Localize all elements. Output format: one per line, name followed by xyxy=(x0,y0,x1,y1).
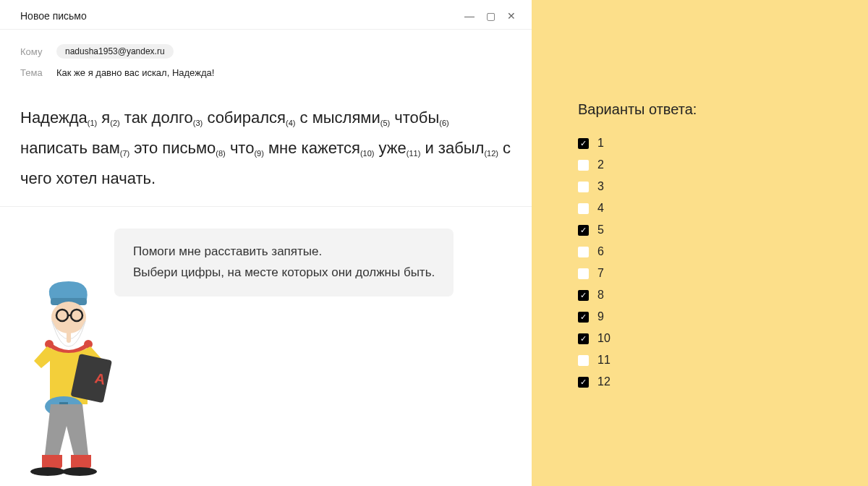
window-title: Новое письмо xyxy=(20,10,87,22)
checkbox[interactable] xyxy=(578,333,589,344)
checkbox[interactable] xyxy=(578,290,589,301)
subject-text[interactable]: Как же я давно вас искал, Надежда! xyxy=(56,67,214,78)
position-marker: (7) xyxy=(120,149,129,158)
answer-option[interactable]: 10 xyxy=(578,332,868,345)
answer-option[interactable]: 12 xyxy=(578,375,868,388)
checkbox[interactable] xyxy=(578,225,589,236)
answers-pane: Варианты ответа: 123456789101112 xyxy=(532,0,868,486)
position-marker: (4) xyxy=(286,119,295,127)
checkbox[interactable] xyxy=(578,160,589,171)
window-controls: — ▢ ✕ xyxy=(464,10,516,22)
checkbox[interactable] xyxy=(578,138,589,149)
sentence-fragment: с мыслями xyxy=(295,108,380,127)
answer-option[interactable]: 2 xyxy=(578,158,868,171)
sentence-fragment: что xyxy=(226,139,255,157)
to-label: Кому xyxy=(20,46,46,57)
to-row: Кому nadusha1953@yandex.ru xyxy=(20,40,511,63)
position-marker: (9) xyxy=(254,149,263,158)
position-marker: (2) xyxy=(110,119,119,127)
position-marker: (11) xyxy=(407,149,421,158)
email-body: Надежда(1) я(2) так долго(3) собирался(4… xyxy=(0,87,532,207)
email-compose-pane: Новое письмо — ▢ ✕ Кому nadusha1953@yand… xyxy=(0,0,532,486)
sentence-fragment: мне кажется xyxy=(264,139,360,157)
position-marker: (8) xyxy=(216,149,225,158)
checkbox[interactable] xyxy=(578,268,589,279)
answer-label: 2 xyxy=(597,158,604,171)
answer-label: 1 xyxy=(597,137,604,150)
svg-point-7 xyxy=(84,340,93,349)
answer-label: 12 xyxy=(597,375,610,388)
speech-bubble: Помоги мне расставить запятые. Выбери ци… xyxy=(114,229,454,297)
answer-label: 4 xyxy=(597,202,604,215)
answer-option[interactable]: 1 xyxy=(578,137,868,150)
position-marker: (1) xyxy=(88,119,97,127)
answer-label: 5 xyxy=(597,223,604,236)
checkbox[interactable] xyxy=(578,247,589,257)
sentence-fragment: написать вам xyxy=(20,139,120,157)
hint-line-1: Помоги мне расставить запятые. xyxy=(133,242,435,263)
answer-label: 3 xyxy=(597,180,604,193)
checkbox[interactable] xyxy=(578,355,589,366)
sentence-fragment: и забыл xyxy=(420,139,484,157)
position-marker: (12) xyxy=(484,149,498,158)
subject-row: Тема Как же я давно вас искал, Надежда! xyxy=(20,63,511,82)
checkbox[interactable] xyxy=(578,182,589,192)
checkbox[interactable] xyxy=(578,203,589,214)
sentence-fragment: Надежда xyxy=(20,108,88,127)
answer-option[interactable]: 7 xyxy=(578,267,868,280)
svg-point-12 xyxy=(30,467,65,476)
position-marker: (10) xyxy=(360,149,375,158)
answer-label: 11 xyxy=(597,354,610,367)
answer-label: 8 xyxy=(597,289,604,302)
svg-point-6 xyxy=(45,340,54,349)
checkbox[interactable] xyxy=(578,312,589,323)
svg-point-13 xyxy=(62,467,97,476)
sentence-fragment: я xyxy=(97,108,110,127)
hint-area: Помоги мне расставить запятые. Выбери ци… xyxy=(0,207,532,467)
checkbox[interactable] xyxy=(578,377,589,388)
email-window-header: Новое письмо — ▢ ✕ xyxy=(0,0,532,30)
svg-rect-5 xyxy=(67,330,71,343)
answers-title: Варианты ответа: xyxy=(578,101,868,118)
answer-list: 123456789101112 xyxy=(578,137,868,388)
position-marker: (6) xyxy=(439,119,448,127)
answer-option[interactable]: 6 xyxy=(578,245,868,258)
answer-option[interactable]: 9 xyxy=(578,310,868,323)
answer-label: 10 xyxy=(597,332,610,345)
answer-option[interactable]: 8 xyxy=(578,289,868,302)
character-illustration: A xyxy=(7,278,130,483)
answer-option[interactable]: 4 xyxy=(578,202,868,215)
hint-line-2: Выбери цифры, на месте которых они должн… xyxy=(133,263,435,284)
answer-label: 9 xyxy=(597,310,604,323)
subject-label: Тема xyxy=(20,67,46,78)
close-icon[interactable]: ✕ xyxy=(507,10,516,22)
maximize-icon[interactable]: ▢ xyxy=(486,10,495,22)
sentence-fragment: чтобы xyxy=(390,108,439,127)
answer-option[interactable]: 11 xyxy=(578,354,868,367)
position-marker: (3) xyxy=(193,119,203,127)
answer-label: 7 xyxy=(597,267,604,280)
recipient-chip[interactable]: nadusha1953@yandex.ru xyxy=(56,44,174,59)
position-marker: (5) xyxy=(380,119,390,127)
sentence-fragment: это письмо xyxy=(129,139,216,157)
sentence-fragment: уже xyxy=(374,139,406,157)
answer-option[interactable]: 3 xyxy=(578,180,868,193)
sentence-fragment: так долго xyxy=(120,108,193,127)
email-fields: Кому nadusha1953@yandex.ru Тема Как же я… xyxy=(0,30,532,87)
sentence-fragment: собирался xyxy=(203,108,286,127)
minimize-icon[interactable]: — xyxy=(464,10,475,22)
answer-label: 6 xyxy=(597,245,604,258)
answer-option[interactable]: 5 xyxy=(578,223,868,236)
